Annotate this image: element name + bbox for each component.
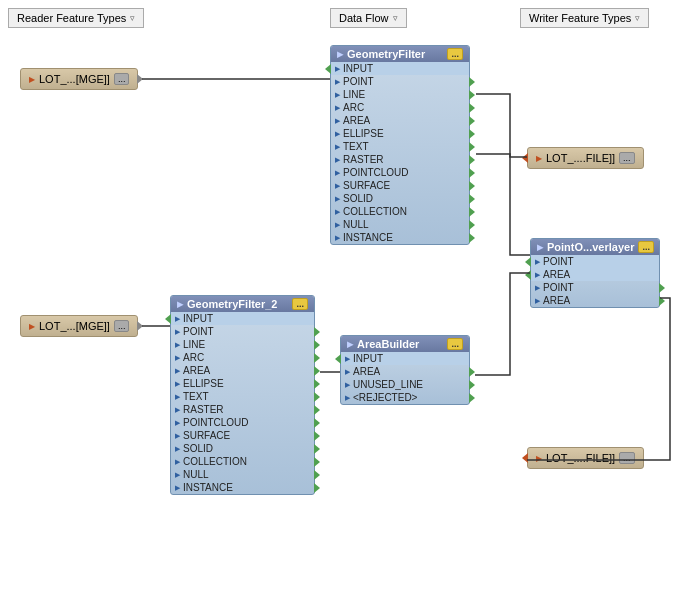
gf2-line-out [314, 340, 320, 350]
gf-port-point: ▶ POINT [331, 75, 469, 88]
reader2-out-arrow [137, 321, 143, 331]
gf2-arc-out [314, 353, 320, 363]
gf-pointcloud-out [469, 168, 475, 178]
gf-collection-out [469, 207, 475, 217]
area-builder-node: ▶ AreaBuilder ... ▶ INPUT ▶ AREA ▶ UNUSE… [340, 335, 470, 405]
reader1-label: LOT_...[MGE]] [39, 73, 110, 85]
geometry-filter-title: ▶ GeometryFilter ... [331, 46, 469, 62]
po-title-label: PointO...verlayer [547, 241, 634, 253]
reader-header-label: Reader Feature Types [17, 12, 126, 24]
gf2-instance-out [314, 483, 320, 493]
gf-input-play: ▶ [335, 65, 340, 73]
gf-port-surface: ▶ SURFACE [331, 179, 469, 192]
writer-header-icon: ▿ [635, 13, 640, 23]
gf-port-input: ▶ INPUT [331, 62, 469, 75]
geometry-filter2-title: ▶ GeometryFilter_2 ... [171, 296, 314, 312]
gf2-raster-out [314, 405, 320, 415]
dataflow-header-label: Data Flow [339, 12, 389, 24]
gf2-pointcloud-out [314, 418, 320, 428]
gf2-port-ellipse: ▶ ELLIPSE [171, 377, 314, 390]
gf-port-line: ▶ LINE [331, 88, 469, 101]
gf2-port-surface: ▶ SURFACE [171, 429, 314, 442]
gf2-title-label: GeometryFilter_2 [187, 298, 277, 310]
gf-area-out [469, 116, 475, 126]
gf2-port-text: ▶ TEXT [171, 390, 314, 403]
gf-point-out [469, 77, 475, 87]
po-port-area-in: ▶ AREA [531, 268, 659, 281]
writer1-dots-btn[interactable]: ... [619, 152, 635, 164]
gf2-port-solid: ▶ SOLID [171, 442, 314, 455]
gf-arc-out [469, 103, 475, 113]
gf-play-icon: ▶ [337, 50, 343, 59]
po-port-area-out: ▶ AREA [531, 294, 659, 307]
gf2-solid-out [314, 444, 320, 454]
gf2-area-out [314, 366, 320, 376]
area-builder-title: ▶ AreaBuilder ... [341, 336, 469, 352]
geometry-filter2-node: ▶ GeometryFilter_2 ... ▶ INPUT ▶ POINT ▶… [170, 295, 315, 495]
gf2-port-instance: ▶ INSTANCE [171, 481, 314, 494]
po-area-in-arrow [525, 270, 531, 280]
gf-input-label: INPUT [343, 63, 373, 74]
writer-feature-types-header: Writer Feature Types ▿ [520, 8, 649, 28]
writer-node-2[interactable]: ▶ LOT_....FILE]] ... [527, 447, 644, 469]
conn-gf-area-po [476, 154, 530, 255]
gf-port-pointcloud: ▶ POINTCLOUD [331, 166, 469, 179]
po-port-point-out: ▶ POINT [531, 281, 659, 294]
point-overlayer-node: ▶ PointO...verlayer ... ▶ POINT ▶ AREA ▶… [530, 238, 660, 308]
canvas: Reader Feature Types ▿ Data Flow ▿ Write… [0, 0, 684, 609]
writer2-in-arrow [522, 453, 528, 463]
reader2-play-icon: ▶ [29, 322, 35, 331]
gf-title-label: GeometryFilter [347, 48, 425, 60]
gf-raster-out [469, 155, 475, 165]
reader-node-1[interactable]: ▶ LOT_...[MGE]] ... [20, 68, 138, 90]
gf2-ellipse-out [314, 379, 320, 389]
ab-area-out [469, 367, 475, 377]
geometry-filter-node: ▶ GeometryFilter ... ▶ INPUT ▶ POINT ▶ L… [330, 45, 470, 245]
gf-port-text: ▶ TEXT [331, 140, 469, 153]
ab-input-arrow [335, 354, 341, 364]
gf2-port-null: ▶ NULL [171, 468, 314, 481]
gf2-text-out [314, 392, 320, 402]
writer1-play-icon: ▶ [536, 154, 542, 163]
ab-dots-btn[interactable]: ... [447, 338, 463, 350]
writer-node-1[interactable]: ▶ LOT_....FILE]] ... [527, 147, 644, 169]
gf-port-null: ▶ NULL [331, 218, 469, 231]
gf2-input-arrow [165, 314, 171, 324]
reader-feature-types-header: Reader Feature Types ▿ [8, 8, 144, 28]
ab-unusedline-out [469, 380, 475, 390]
gf-ellipse-out [469, 129, 475, 139]
ab-port-unused-line: ▶ UNUSED_LINE [341, 378, 469, 391]
gf-null-out [469, 220, 475, 230]
writer2-label: LOT_....FILE]] [546, 452, 615, 464]
gf-port-area: ▶ AREA [331, 114, 469, 127]
reader-header-icon: ▿ [130, 13, 135, 23]
gf2-port-collection: ▶ COLLECTION [171, 455, 314, 468]
conn-po-area-writer2 [527, 298, 670, 460]
gf2-dots-btn[interactable]: ... [292, 298, 308, 310]
gf-surface-out [469, 181, 475, 191]
gf-input-arrow [325, 64, 331, 74]
conn-ab-area-po [475, 273, 530, 375]
gf-dots-btn[interactable]: ... [447, 48, 463, 60]
gf-port-ellipse: ▶ ELLIPSE [331, 127, 469, 140]
gf-port-solid: ▶ SOLID [331, 192, 469, 205]
gf-port-raster: ▶ RASTER [331, 153, 469, 166]
reader-node-2[interactable]: ▶ LOT_...[MGE]] ... [20, 315, 138, 337]
gf2-port-pointcloud: ▶ POINTCLOUD [171, 416, 314, 429]
writer-header-label: Writer Feature Types [529, 12, 631, 24]
gf2-port-line: ▶ LINE [171, 338, 314, 351]
gf2-port-point: ▶ POINT [171, 325, 314, 338]
writer2-dots-btn[interactable]: ... [619, 452, 635, 464]
reader1-dots-btn[interactable]: ... [114, 73, 130, 85]
reader1-play-icon: ▶ [29, 75, 35, 84]
gf2-null-out [314, 470, 320, 480]
po-port-point-in: ▶ POINT [531, 255, 659, 268]
reader1-out-arrow [137, 74, 143, 84]
dataflow-header: Data Flow ▿ [330, 8, 407, 28]
gf2-surface-out [314, 431, 320, 441]
writer1-label: LOT_....FILE]] [546, 152, 615, 164]
ab-port-rejected: ▶ <REJECTED> [341, 391, 469, 404]
reader2-dots-btn[interactable]: ... [114, 320, 130, 332]
po-area-out [659, 296, 665, 306]
po-dots-btn[interactable]: ... [638, 241, 654, 253]
